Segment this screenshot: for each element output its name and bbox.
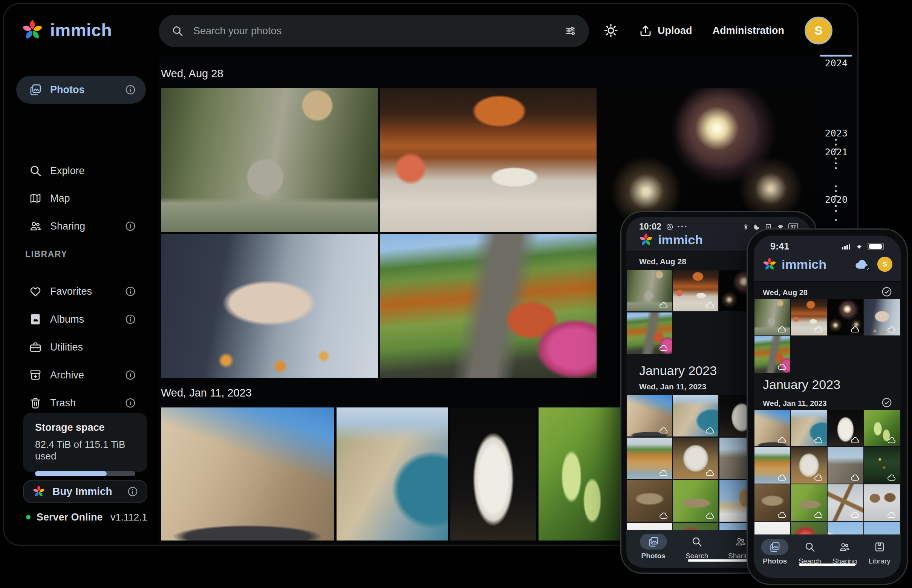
server-status-label: Server Online — [37, 512, 110, 523]
phone1-month-header: January 2023 — [639, 363, 717, 378]
cloud-sync-icon — [855, 258, 870, 271]
sidebar-item-utilities[interactable]: Utilities — [16, 333, 146, 361]
timeline-month-dot — [835, 167, 837, 169]
photo-zoo-monkeys[interactable] — [627, 270, 672, 311]
timeline-month-dot — [835, 149, 837, 150]
photo-coastal-fort[interactable] — [337, 407, 448, 541]
phone2-bottom-nav: PhotosSearchSharingLibrary — [754, 535, 901, 578]
photo-fireworks[interactable] — [828, 299, 864, 336]
photo-fortress-walls[interactable] — [161, 407, 334, 541]
phone1-nav-photos[interactable]: Photos — [635, 534, 671, 560]
heart-icon — [29, 285, 42, 298]
photo-autumn-park-path[interactable] — [627, 312, 672, 354]
phone2-nav-search[interactable]: Search — [793, 539, 828, 565]
timeline-year-2020[interactable]: 2020 — [813, 194, 847, 205]
photo-marble-bust[interactable] — [450, 407, 536, 541]
info-icon[interactable] — [125, 286, 136, 297]
immich-logo[interactable]: immich — [21, 18, 112, 42]
timeline-month-dot — [835, 144, 837, 145]
immich-flower-icon — [21, 18, 44, 42]
photo-coastal-fort[interactable] — [791, 410, 827, 446]
phone2-nav-sharing[interactable]: Sharing — [827, 539, 862, 565]
photo-wooden-structure[interactable] — [828, 485, 864, 521]
photo-ruin-wall[interactable] — [828, 447, 864, 484]
photo-marble-sculpture[interactable] — [791, 447, 827, 484]
trash-icon — [29, 397, 42, 409]
info-icon[interactable] — [125, 313, 136, 325]
photo-zoo-monkeys[interactable] — [754, 299, 790, 336]
photo-fortress-walls[interactable] — [754, 410, 790, 446]
theme-toggle-button[interactable] — [603, 23, 618, 38]
phone2-nav-photos[interactable]: Photos — [757, 539, 793, 565]
photo-autumn-dinner-table[interactable] — [673, 270, 718, 311]
photo-alpine-houses[interactable] — [864, 485, 900, 521]
home-indicator — [799, 564, 856, 566]
administration-link[interactable]: Administration — [712, 25, 784, 37]
sidebar-item-archive[interactable]: Archive — [16, 361, 146, 389]
phone1-nav-search[interactable]: Search — [679, 534, 715, 560]
photo-lizard-closeup[interactable] — [754, 485, 790, 521]
phone2-month-header: January 2023 — [763, 377, 840, 392]
buy-immich-button[interactable]: Buy Immich — [23, 480, 147, 503]
photo-beach-cliff[interactable] — [754, 447, 790, 484]
timeline-month-dot — [835, 191, 837, 192]
upload-button[interactable]: Upload — [639, 24, 692, 37]
empty-cell — [864, 336, 900, 373]
photo-coastal-fort[interactable] — [673, 395, 718, 436]
sidebar-item-albums[interactable]: Albums — [16, 305, 146, 333]
timeline-year-2023[interactable]: 2023 — [813, 128, 847, 139]
server-status-dot — [26, 515, 31, 519]
photo-holding-hands[interactable] — [864, 299, 900, 336]
photo-lizard-closeup[interactable] — [627, 480, 672, 522]
info-icon[interactable] — [125, 397, 136, 409]
sidebar-item-photos[interactable]: Photos — [16, 76, 146, 103]
phone2-brand: immich S — [754, 257, 901, 272]
search-filter-icon[interactable] — [564, 25, 576, 37]
empty-cell — [828, 336, 864, 373]
archive-icon — [29, 368, 42, 381]
home-indicator — [688, 559, 750, 562]
photo-green-berries[interactable] — [864, 410, 900, 446]
explore-search-icon — [29, 164, 42, 177]
brand-wordmark: immich — [781, 257, 855, 272]
sidebar-item-explore[interactable]: Explore — [16, 157, 146, 185]
timeline-year-2021[interactable]: 2021 — [813, 147, 847, 158]
photo-autumn-park-path[interactable] — [380, 234, 597, 378]
photo-christmas-tree[interactable] — [864, 447, 900, 484]
sun-icon — [603, 23, 618, 38]
timeline-month-dot — [835, 210, 837, 212]
info-icon[interactable] — [125, 221, 136, 232]
sidebar: Photos Explore Map Sharing — [4, 57, 159, 544]
timeline-month-dot — [835, 162, 837, 164]
photo-green-berries[interactable] — [539, 407, 625, 541]
search-input[interactable] — [193, 25, 554, 37]
timeline-year-2024[interactable]: 2024 — [813, 58, 847, 69]
server-version: v1.112.1 — [110, 512, 147, 523]
search-bar[interactable] — [159, 15, 589, 47]
photo-lizard-moss[interactable] — [791, 485, 827, 521]
photo-zoo-monkeys[interactable] — [161, 88, 378, 232]
info-icon[interactable] — [127, 486, 138, 497]
storage-progress-fill — [35, 471, 107, 476]
sidebar-item-sharing[interactable]: Sharing — [16, 212, 146, 240]
search-icon — [796, 539, 823, 555]
sharing-people-icon — [29, 220, 42, 233]
photo-beach-cliff[interactable] — [627, 438, 672, 479]
photo-fireworks[interactable] — [599, 88, 814, 232]
photo-autumn-park-path[interactable] — [754, 336, 790, 373]
photo-autumn-dinner-table[interactable] — [791, 299, 827, 336]
dnd-moon-icon — [753, 223, 760, 231]
user-avatar: S — [877, 257, 893, 272]
sidebar-item-favorites[interactable]: Favorites — [16, 278, 146, 305]
photo-marble-sculpture[interactable] — [673, 438, 718, 479]
phone2-nav-library[interactable]: Library — [862, 539, 897, 565]
photo-marble-bust[interactable] — [828, 410, 864, 446]
photo-lizard-moss[interactable] — [673, 480, 718, 522]
photo-autumn-dinner-table[interactable] — [380, 88, 597, 232]
albums-icon — [29, 313, 42, 326]
info-icon[interactable] — [125, 84, 136, 95]
sidebar-item-map[interactable]: Map — [16, 184, 146, 212]
photo-holding-hands[interactable] — [161, 234, 378, 378]
photo-fortress-walls[interactable] — [627, 395, 672, 436]
info-icon[interactable] — [125, 369, 136, 381]
